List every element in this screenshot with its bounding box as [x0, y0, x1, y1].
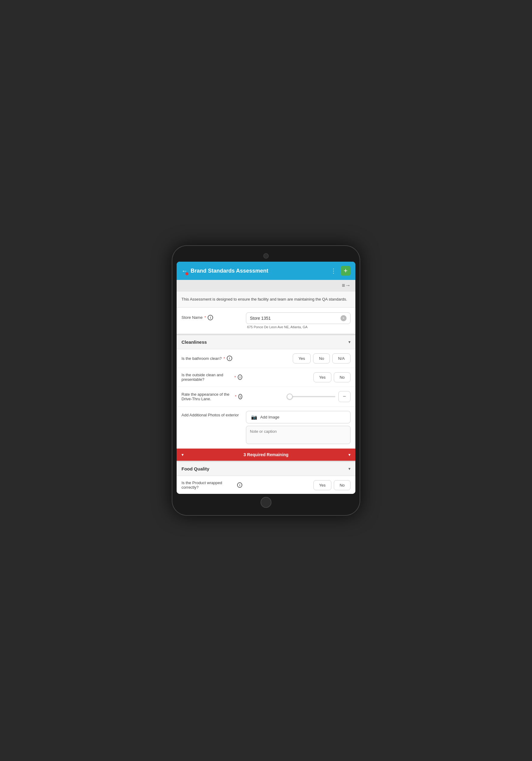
bathroom-clean-question: Is the bathroom clean? * i Yes No N/A — [177, 349, 355, 368]
product-wrapped-no-button[interactable]: No — [334, 480, 350, 490]
product-wrapped-answer-area: Yes No — [246, 480, 350, 490]
store-clear-button[interactable]: × — [340, 315, 347, 321]
app-header: ← Brand Standards Assessment ⋮ + — [177, 262, 355, 280]
header-title: Brand Standards Assessment — [191, 268, 268, 274]
bathroom-no-button[interactable]: No — [313, 353, 330, 364]
add-image-button[interactable]: 📷 Add Image — [246, 411, 350, 423]
outside-yes-button[interactable]: Yes — [314, 372, 331, 382]
bathroom-yes-button[interactable]: Yes — [293, 353, 311, 364]
store-input-wrapper: × — [246, 313, 350, 324]
drive-thru-required-star: * — [235, 394, 237, 399]
photos-label-area: Add Additional Photos of exterior — [182, 411, 242, 417]
banner-chevron-right-icon: ▾ — [348, 452, 350, 457]
store-name-field: Store Name * i × 675 Ponce De Leon Ave N… — [177, 308, 355, 334]
header-left: ← Brand Standards Assessment — [182, 267, 268, 274]
list-view-icon[interactable]: ≡→ — [342, 282, 350, 289]
banner-chevron-left-icon: ▾ — [182, 452, 184, 457]
home-button[interactable] — [261, 497, 271, 508]
add-image-label: Add Image — [260, 415, 279, 419]
bathroom-answer-area: Yes No N/A — [246, 353, 350, 364]
notification-dot — [185, 272, 189, 275]
bathroom-clean-label: Is the bathroom clean? — [182, 356, 222, 361]
product-wrapped-question: Is the Product wrapped correctly? i Yes … — [177, 476, 355, 494]
device: ← Brand Standards Assessment ⋮ + ≡→ This… — [172, 245, 360, 516]
photos-question: Add Additional Photos of exterior 📷 Add … — [177, 407, 355, 448]
device-bottom — [177, 494, 355, 510]
required-remaining-banner[interactable]: ▾ 3 Required Remaining ▾ — [177, 448, 355, 461]
photos-label: Add Additional Photos of exterior — [182, 413, 239, 417]
description-text: This Assessment is designed to ensure th… — [182, 297, 347, 302]
outside-info-icon[interactable]: i — [238, 375, 242, 380]
product-wrapped-yes-button[interactable]: Yes — [314, 480, 331, 490]
rating-minus-button[interactable]: − — [338, 391, 350, 402]
drive-thru-info-icon[interactable]: i — [238, 394, 242, 399]
store-name-input[interactable] — [250, 316, 340, 321]
store-required-star: * — [204, 315, 206, 320]
outside-no-button[interactable]: No — [334, 372, 350, 382]
description-section: This Assessment is designed to ensure th… — [177, 291, 355, 308]
toolbar-bar: ≡→ — [177, 280, 355, 291]
product-wrapped-label: Is the Product wrapped correctly? — [182, 481, 234, 490]
note-caption-textarea[interactable] — [246, 426, 350, 444]
bathroom-na-button[interactable]: N/A — [332, 353, 350, 364]
more-menu-button[interactable]: ⋮ — [329, 266, 338, 276]
drive-thru-label-area: Rate the appearance of the Drive-Thru La… — [182, 392, 242, 401]
screen: ← Brand Standards Assessment ⋮ + ≡→ This… — [177, 262, 355, 494]
camera-icon: 📷 — [251, 414, 257, 420]
outside-answer-area: Yes No — [246, 372, 350, 382]
food-quality-title: Food Quality — [182, 466, 209, 471]
add-button[interactable]: + — [341, 266, 350, 276]
device-top — [177, 251, 355, 262]
front-camera — [263, 253, 269, 259]
bathroom-label-area: Is the bathroom clean? * i — [182, 356, 242, 361]
store-input-area: × 675 Ponce De Leon Ave NE, Atlanta, GA — [246, 313, 350, 329]
back-button[interactable]: ← — [182, 267, 188, 274]
bathroom-required-star: * — [223, 356, 225, 361]
drive-thru-label: Rate the appearance of the Drive-Thru La… — [182, 392, 233, 401]
header-right: ⋮ + — [329, 266, 350, 276]
outside-required-star: * — [234, 375, 236, 380]
product-wrapped-info-icon[interactable]: i — [237, 482, 242, 488]
food-quality-chevron-icon: ▾ — [348, 466, 350, 471]
add-image-area: 📷 Add Image — [246, 411, 350, 444]
rating-slider-thumb[interactable] — [287, 393, 293, 400]
food-quality-section-header[interactable]: Food Quality ▾ — [177, 461, 355, 476]
content-scroll[interactable]: ≡→ This Assessment is designed to ensure… — [177, 280, 355, 494]
cleanliness-title: Cleanliness — [182, 339, 207, 345]
outside-label-area: Is the outside clean and presentable? * … — [182, 373, 242, 382]
outside-clean-question: Is the outside clean and presentable? * … — [177, 368, 355, 387]
drive-thru-slider-area: − — [246, 391, 350, 402]
cleanliness-section-header[interactable]: Cleanliness ▾ — [177, 334, 355, 349]
required-remaining-text: 3 Required Remaining — [184, 452, 348, 457]
cleanliness-chevron-icon: ▾ — [348, 339, 350, 344]
bathroom-info-icon[interactable]: i — [227, 356, 232, 361]
drive-thru-question: Rate the appearance of the Drive-Thru La… — [177, 387, 355, 407]
product-wrapped-label-area: Is the Product wrapped correctly? i — [182, 481, 242, 490]
store-label-area: Store Name * i — [182, 313, 242, 320]
store-info-icon[interactable]: i — [207, 315, 213, 320]
store-address: 675 Ponce De Leon Ave NE, Atlanta, GA — [246, 324, 350, 329]
rating-slider-track[interactable] — [287, 396, 335, 397]
outside-clean-label: Is the outside clean and presentable? — [182, 373, 233, 382]
store-name-label: Store Name — [182, 315, 203, 320]
